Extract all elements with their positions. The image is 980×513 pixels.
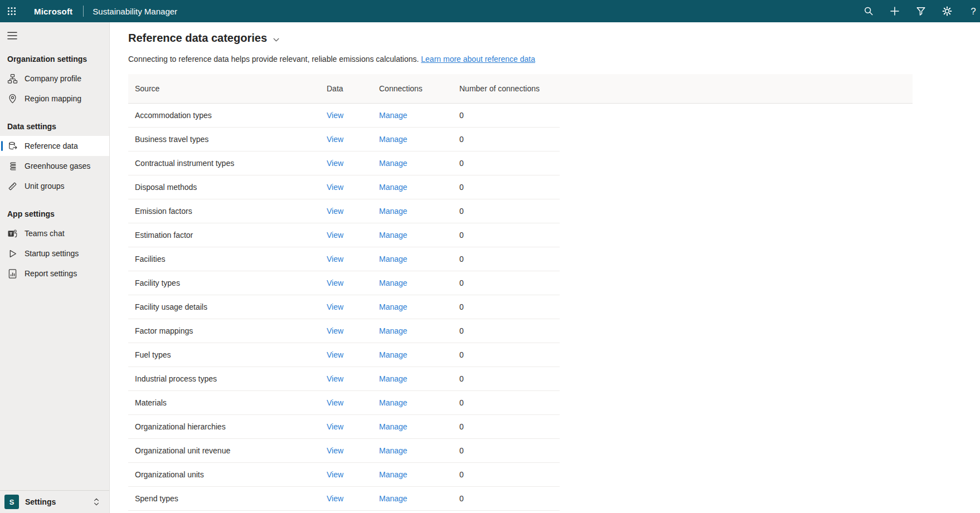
row-connection-count: 0: [459, 279, 560, 287]
row-connection-count: 0: [459, 159, 560, 168]
column-header-number-of-connections: Number of connections: [459, 84, 913, 93]
sidebar-item-startup-settings[interactable]: Startup settings: [0, 243, 109, 263]
column-header-data: Data: [327, 84, 379, 93]
row-source: Spend types: [135, 494, 327, 503]
manage-link[interactable]: Manage: [379, 326, 459, 335]
table-row: Disposal methods View Manage 0: [128, 175, 560, 199]
database-arrow-icon: [7, 141, 18, 152]
add-icon[interactable]: [889, 6, 900, 17]
table-row: Spend types View Manage 0: [128, 487, 560, 511]
sidebar-group: Organization settings Company profile Re…: [0, 55, 109, 109]
filter-icon[interactable]: [915, 6, 926, 17]
manage-link[interactable]: Manage: [379, 374, 459, 383]
environment-switcher[interactable]: S Settings: [0, 490, 109, 513]
row-connection-count: 0: [459, 374, 560, 383]
view-link[interactable]: View: [327, 302, 379, 311]
manage-link[interactable]: Manage: [379, 135, 459, 144]
view-link[interactable]: View: [327, 111, 379, 120]
manage-link[interactable]: Manage: [379, 398, 459, 407]
help-icon[interactable]: ?: [968, 6, 979, 17]
row-source: Organizational hierarchies: [135, 422, 327, 431]
view-link[interactable]: View: [327, 159, 379, 168]
sidebar-item-region-mapping[interactable]: Region mapping: [0, 89, 109, 109]
row-connection-count: 0: [459, 494, 560, 503]
manage-link[interactable]: Manage: [379, 255, 459, 263]
row-connection-count: 0: [459, 398, 560, 407]
environment-label: Settings: [25, 497, 56, 506]
play-icon: [7, 248, 18, 259]
reference-data-table: Source Data Connections Number of connec…: [128, 74, 980, 511]
view-link[interactable]: View: [327, 494, 379, 503]
row-connection-count: 0: [459, 231, 560, 240]
sidebar-item-label: Startup settings: [25, 249, 79, 258]
view-link[interactable]: View: [327, 374, 379, 383]
sidebar-item-label: Reference data: [25, 141, 78, 150]
sidebar-item-report-settings[interactable]: Report settings: [0, 263, 109, 284]
row-connection-count: 0: [459, 446, 560, 455]
manage-link[interactable]: Manage: [379, 183, 459, 192]
view-link[interactable]: View: [327, 231, 379, 240]
teams-icon: [7, 228, 18, 239]
learn-more-link[interactable]: Learn more about reference data: [421, 55, 535, 63]
view-link[interactable]: View: [327, 183, 379, 192]
column-header-source: Source: [135, 84, 327, 93]
sidebar: Organization settings Company profile Re…: [0, 22, 110, 513]
row-connection-count: 0: [459, 350, 560, 359]
sidebar-item-teams-chat[interactable]: Teams chat: [0, 223, 109, 243]
view-link[interactable]: View: [327, 135, 379, 144]
view-link[interactable]: View: [327, 207, 379, 216]
view-link[interactable]: View: [327, 350, 379, 359]
row-source: Facility usage details: [135, 302, 327, 311]
main-content: Reference data categories Connecting to …: [110, 22, 980, 513]
search-icon[interactable]: [863, 6, 874, 17]
view-link[interactable]: View: [327, 422, 379, 431]
manage-link[interactable]: Manage: [379, 446, 459, 455]
manage-link[interactable]: Manage: [379, 231, 459, 240]
manage-link[interactable]: Manage: [379, 350, 459, 359]
row-source: Facility types: [135, 279, 327, 287]
sidebar-item-unit-groups[interactable]: Unit groups: [0, 176, 109, 196]
table-header-row: Source Data Connections Number of connec…: [128, 74, 913, 104]
sidebar-nav: Organization settings Company profile Re…: [0, 55, 109, 284]
report-icon: [7, 268, 18, 279]
view-link[interactable]: View: [327, 255, 379, 263]
manage-link[interactable]: Manage: [379, 279, 459, 287]
sidebar-item-label: Report settings: [25, 269, 77, 278]
manage-link[interactable]: Manage: [379, 111, 459, 120]
sidebar-item-greenhouse-gases[interactable]: Greenhouse gases: [0, 156, 109, 176]
hamburger-menu-icon[interactable]: [7, 32, 17, 40]
manage-link[interactable]: Manage: [379, 422, 459, 431]
view-link[interactable]: View: [327, 398, 379, 407]
view-link[interactable]: View: [327, 326, 379, 335]
manage-link[interactable]: Manage: [379, 159, 459, 168]
manage-link[interactable]: Manage: [379, 494, 459, 503]
chevron-down-icon[interactable]: [273, 36, 280, 43]
sidebar-group: App settings Teams chat Startup settings…: [0, 209, 109, 284]
manage-link[interactable]: Manage: [379, 207, 459, 216]
view-link[interactable]: View: [327, 279, 379, 287]
topbar-divider: [83, 6, 84, 17]
sidebar-group-label: Organization settings: [0, 55, 109, 63]
table-row: Organizational units View Manage 0: [128, 463, 560, 487]
sidebar-item-reference-data[interactable]: Reference data: [0, 136, 109, 156]
waffle-icon[interactable]: [7, 7, 16, 16]
sidebar-item-label: Teams chat: [25, 229, 65, 238]
table-row: Facility usage details View Manage 0: [128, 295, 560, 319]
table-row: Factor mappings View Manage 0: [128, 319, 560, 343]
manage-link[interactable]: Manage: [379, 470, 459, 479]
settings-gear-icon[interactable]: [942, 6, 953, 17]
row-connection-count: 0: [459, 326, 560, 335]
top-app-bar: Microsoft Sustainability Manager ?: [0, 0, 980, 22]
row-source: Accommodation types: [135, 111, 327, 120]
view-link[interactable]: View: [327, 446, 379, 455]
row-source: Factor mappings: [135, 326, 327, 335]
view-link[interactable]: View: [327, 470, 379, 479]
page-description: Connecting to reference data helps provi…: [128, 55, 980, 63]
row-source: Contractual instrument types: [135, 159, 327, 168]
manage-link[interactable]: Manage: [379, 302, 459, 311]
table-row: Accommodation types View Manage 0: [128, 104, 560, 128]
row-source: Facilities: [135, 255, 327, 263]
sidebar-item-company-profile[interactable]: Company profile: [0, 69, 109, 89]
sidebar-group-label: Data settings: [0, 122, 109, 131]
org-chart-icon: [7, 74, 18, 84]
